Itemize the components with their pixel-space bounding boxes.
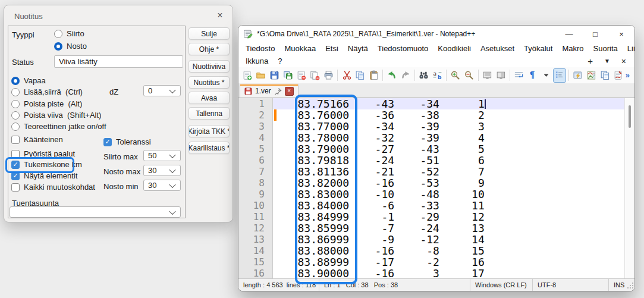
menu-item-muokkaa[interactable]: Muokkaa <box>279 44 321 53</box>
indent-guide-icon[interactable] <box>553 68 566 83</box>
radio-lisaa-siirra[interactable]: Lisää,siirrä (Ctrl) <box>11 87 83 96</box>
paste-icon[interactable] <box>367 68 381 83</box>
checkbox-nayta-elementit[interactable]: ✓ Näytä elementit <box>11 171 77 180</box>
checkbox-pyorista-paalut[interactable]: Pyöristä paalut <box>11 149 75 158</box>
radio-poista-viiva[interactable]: Poista viiva (Shift+Alt) <box>11 111 101 120</box>
checkbox-tukemiskone-km[interactable]: ✓ Tukemiskone km <box>11 160 82 169</box>
radio-teoreettinen[interactable]: Teoreettinen jatke on/off <box>11 122 106 131</box>
resize-grip[interactable] <box>626 283 633 290</box>
editor-line[interactable]: 16 83.90000 -16 3 17 <box>238 268 625 278</box>
editor-line[interactable]: 15 83.88999 -17 -2 16 <box>238 256 625 268</box>
tab-1ver[interactable]: 1.ver × <box>240 84 299 98</box>
dialog-button-kirjoita-tkk[interactable]: Kirjoita TKK * <box>189 125 230 137</box>
menu-item-help[interactable]: ? <box>273 57 287 65</box>
dialog-button-nuottiviiva[interactable]: Nuottiviiva <box>189 60 230 73</box>
editor-line[interactable]: 11 83.84999 -1 -29 12 <box>238 211 625 222</box>
menu-item-liit-nn-iset[interactable]: Liitännäiset <box>623 44 635 53</box>
menu-item-tiedostomuoto[interactable]: Tiedostomuoto <box>373 44 433 53</box>
maximize-button[interactable]: □ <box>582 26 608 42</box>
code-text[interactable]: 83.77000 -34 -39 3 <box>278 121 625 132</box>
menu-item-etsi[interactable]: Etsi <box>321 44 343 53</box>
function-list-icon[interactable] <box>612 68 625 83</box>
print-icon[interactable] <box>322 68 335 83</box>
editor-line[interactable]: 2 83.76000 -36 -38 2 <box>238 109 625 121</box>
close-doc-icon[interactable] <box>295 68 308 83</box>
menu-item-n-yt[interactable]: Näytä <box>343 44 373 53</box>
close-tab-icon[interactable]: × <box>621 57 626 66</box>
code-text[interactable]: 83.84999 -1 -29 12 <box>278 211 625 222</box>
radio-vapaa[interactable]: Vapaa <box>11 76 46 85</box>
code-text[interactable]: 83.78000 -32 -39 4 <box>278 132 625 143</box>
dialog-button-tallenna[interactable]: Tallenna <box>189 107 230 120</box>
scrollbar-thumb[interactable] <box>629 105 631 128</box>
copy-icon[interactable] <box>354 68 367 83</box>
new-file-icon[interactable] <box>241 68 254 83</box>
code-text[interactable]: 83.88999 -17 -2 16 <box>278 256 625 268</box>
tuentasuunta-combo[interactable] <box>10 206 181 218</box>
find-icon[interactable] <box>417 68 431 83</box>
menu-item-asetukset[interactable]: Asetukset <box>476 44 519 53</box>
dialog-button-avaa[interactable]: Avaa <box>189 92 230 104</box>
zoom-in-icon[interactable] <box>449 68 462 83</box>
close-all-icon[interactable] <box>309 68 322 83</box>
menu-item-koodikieli[interactable]: Koodikieli <box>433 44 476 53</box>
nosto-max-combo[interactable]: 30 <box>143 165 181 176</box>
zoom-out-icon[interactable] <box>463 68 476 83</box>
open-folder-icon[interactable] <box>255 68 268 83</box>
code-text[interactable]: 83.85999 -7 -24 13 <box>278 222 625 234</box>
symbols-dropdown-icon[interactable] <box>539 68 552 83</box>
code-text[interactable]: 83.82000 -16 -53 9 <box>278 177 625 189</box>
menu-item-suorita[interactable]: Suorita <box>589 44 623 53</box>
pin-tab-icon[interactable] <box>274 87 282 95</box>
undo-icon[interactable] <box>385 68 398 83</box>
minimize-button[interactable]: — <box>556 26 582 42</box>
siirto-max-combo[interactable]: 50 <box>143 150 181 161</box>
editor-line[interactable]: 5 83.79000 -27 -43 5 <box>238 143 625 155</box>
toolbar-overflow-chevron-icon[interactable]: » <box>626 71 634 80</box>
checkbox-kaikki-muutoskohdat[interactable]: Kaikki muutoskohdat <box>11 183 95 192</box>
code-text[interactable]: 83.83000 -10 -48 10 <box>278 189 625 200</box>
code-text[interactable]: 83.79818 -24 -51 6 <box>278 155 625 166</box>
cut-icon[interactable] <box>340 68 353 83</box>
nosto-min-combo[interactable]: 30 <box>143 180 181 191</box>
save-icon[interactable] <box>268 68 281 83</box>
radio-nosto[interactable]: Nosto <box>54 42 87 51</box>
editor-text-area[interactable]: 1 83.75166 -43 -34 12 83.76000 -36 -38 2… <box>238 98 625 278</box>
code-text[interactable]: 83.90000 -16 3 17 <box>278 268 625 278</box>
code-text[interactable]: 83.81136 -21 -52 7 <box>278 166 625 177</box>
code-text[interactable]: 83.88000 -16 -8 15 <box>278 245 625 256</box>
document-map-icon[interactable] <box>585 68 598 83</box>
editor-line[interactable]: 4 83.78000 -32 -39 4 <box>238 132 625 143</box>
editor-line[interactable]: 12 83.85999 -7 -24 13 <box>238 222 625 234</box>
checkbox-kaanteinen[interactable]: Käänteinen <box>11 135 63 144</box>
dialog-button-kaarilistaus[interactable]: Kaarilistaus * <box>189 142 230 154</box>
editor-line[interactable]: 9 83.83000 -10 -48 10 <box>238 189 625 200</box>
code-text[interactable]: 83.84000 -6 -33 11 <box>278 200 625 211</box>
tab-list-icon[interactable]: ▼ <box>604 58 610 64</box>
dialog-button-sulje[interactable]: Sulje <box>189 27 230 40</box>
menu-item-ikkuna[interactable]: Ikkuna <box>241 57 273 65</box>
notepad-titlebar[interactable]: *G:\Oma Drive\1_RATA 2025\1_RATA\1_Esime… <box>238 26 634 42</box>
radio-poista-piste[interactable]: Poista piste (Alt) <box>11 99 82 108</box>
menu-item-makro[interactable]: Makro <box>557 44 588 53</box>
code-text[interactable]: 83.75166 -43 -34 1 <box>278 98 625 109</box>
redo-icon[interactable] <box>399 68 412 83</box>
document-list-icon[interactable] <box>598 68 611 83</box>
replace-icon[interactable]: ab <box>431 68 444 83</box>
editor-line[interactable]: 3 83.77000 -34 -39 3 <box>238 121 625 132</box>
view-clone-icon[interactable] <box>480 68 494 83</box>
shortcut-mapper-icon[interactable] <box>571 68 585 83</box>
editor-line[interactable]: 7 83.81136 -21 -52 7 <box>238 166 625 177</box>
close-button[interactable]: × <box>608 26 634 42</box>
editor-line[interactable]: 13 83.86999 -9 -12 14 <box>238 234 625 245</box>
save-all-icon[interactable] <box>281 68 294 83</box>
editor-line[interactable]: 14 83.88000 -16 -8 15 <box>238 245 625 256</box>
editor-line[interactable]: 8 83.82000 -16 -53 9 <box>238 177 625 189</box>
word-wrap-icon[interactable] <box>513 68 526 83</box>
tab-close-icon[interactable]: × <box>285 87 294 96</box>
code-text[interactable]: 83.76000 -36 -38 2 <box>278 109 625 121</box>
menu-item-tiedosto[interactable]: Tiedosto <box>241 44 279 53</box>
dz-combo[interactable]: 0 <box>143 85 181 96</box>
view-move-icon[interactable] <box>494 68 507 83</box>
show-symbols-icon[interactable]: ¶ <box>526 68 539 83</box>
